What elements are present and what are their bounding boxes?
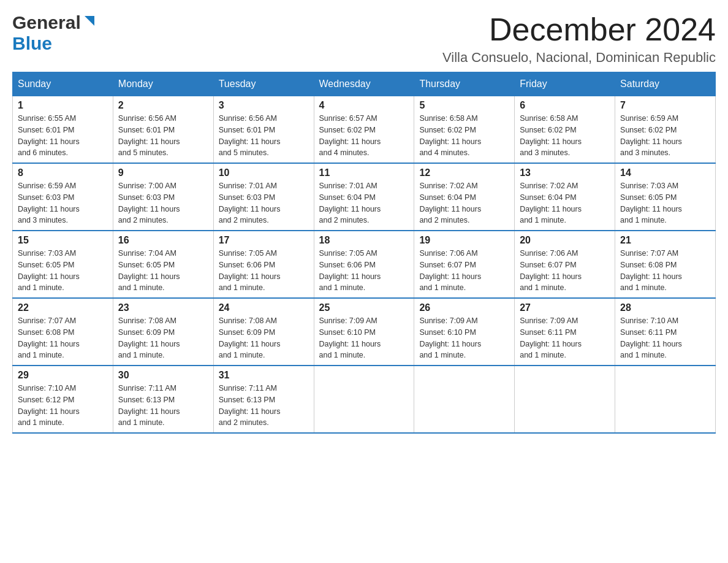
day-number: 21 <box>620 235 710 246</box>
calendar-cell: 28Sunrise: 7:10 AMSunset: 6:11 PMDayligh… <box>615 298 716 366</box>
calendar-cell: 20Sunrise: 7:06 AMSunset: 6:07 PMDayligh… <box>515 231 615 298</box>
day-info: Sunrise: 7:04 AMSunset: 6:05 PMDaylight:… <box>118 248 208 294</box>
calendar-cell <box>314 366 414 433</box>
day-number: 10 <box>219 167 309 178</box>
day-info: Sunrise: 6:56 AMSunset: 6:01 PMDaylight:… <box>219 113 309 159</box>
day-info: Sunrise: 7:01 AMSunset: 6:03 PMDaylight:… <box>219 180 309 226</box>
day-number: 18 <box>319 235 409 246</box>
day-info: Sunrise: 7:05 AMSunset: 6:06 PMDaylight:… <box>219 248 309 294</box>
calendar-cell: 23Sunrise: 7:08 AMSunset: 6:09 PMDayligh… <box>113 298 213 366</box>
day-info: Sunrise: 7:02 AMSunset: 6:04 PMDaylight:… <box>419 180 509 226</box>
calendar-cell: 29Sunrise: 7:10 AMSunset: 6:12 PMDayligh… <box>13 366 113 433</box>
calendar-cell: 12Sunrise: 7:02 AMSunset: 6:04 PMDayligh… <box>414 163 515 231</box>
day-number: 2 <box>118 100 208 111</box>
logo-arrow-icon <box>82 13 96 29</box>
column-header-sunday: Sunday <box>13 72 113 96</box>
column-header-tuesday: Tuesday <box>213 72 314 96</box>
day-info: Sunrise: 6:59 AMSunset: 6:02 PMDaylight:… <box>620 113 710 159</box>
page-header: General Blue December 2024 Villa Consuel… <box>12 12 716 66</box>
day-number: 15 <box>18 235 108 246</box>
day-info: Sunrise: 7:05 AMSunset: 6:06 PMDaylight:… <box>319 248 409 294</box>
calendar-cell: 31Sunrise: 7:11 AMSunset: 6:13 PMDayligh… <box>213 366 314 433</box>
day-info: Sunrise: 7:10 AMSunset: 6:12 PMDaylight:… <box>18 383 108 429</box>
calendar-table: SundayMondayTuesdayWednesdayThursdayFrid… <box>12 72 716 434</box>
calendar-cell: 8Sunrise: 6:59 AMSunset: 6:03 PMDaylight… <box>13 163 113 231</box>
day-info: Sunrise: 7:06 AMSunset: 6:07 PMDaylight:… <box>419 248 509 294</box>
logo-blue-text: Blue <box>12 33 52 54</box>
day-number: 6 <box>520 100 610 111</box>
calendar-cell <box>414 366 515 433</box>
day-info: Sunrise: 7:01 AMSunset: 6:04 PMDaylight:… <box>319 180 409 226</box>
day-info: Sunrise: 7:08 AMSunset: 6:09 PMDaylight:… <box>118 315 208 361</box>
day-number: 1 <box>18 100 108 111</box>
day-info: Sunrise: 6:58 AMSunset: 6:02 PMDaylight:… <box>419 113 509 159</box>
calendar-cell: 18Sunrise: 7:05 AMSunset: 6:06 PMDayligh… <box>314 231 414 298</box>
day-number: 12 <box>419 167 509 178</box>
column-header-friday: Friday <box>515 72 615 96</box>
day-number: 25 <box>319 302 409 313</box>
title-section: December 2024 Villa Consuelo, Nacional, … <box>442 12 716 66</box>
column-header-wednesday: Wednesday <box>314 72 414 96</box>
month-title: December 2024 <box>442 12 716 47</box>
column-header-saturday: Saturday <box>615 72 716 96</box>
day-info: Sunrise: 7:09 AMSunset: 6:10 PMDaylight:… <box>419 315 509 361</box>
day-number: 29 <box>18 370 108 381</box>
svg-marker-0 <box>85 16 94 26</box>
calendar-week-row: 22Sunrise: 7:07 AMSunset: 6:08 PMDayligh… <box>13 298 716 366</box>
location-title: Villa Consuelo, Nacional, Dominican Repu… <box>442 50 716 66</box>
day-number: 30 <box>118 370 208 381</box>
calendar-cell: 30Sunrise: 7:11 AMSunset: 6:13 PMDayligh… <box>113 366 213 433</box>
day-info: Sunrise: 6:58 AMSunset: 6:02 PMDaylight:… <box>520 113 610 159</box>
calendar-cell: 27Sunrise: 7:09 AMSunset: 6:11 PMDayligh… <box>515 298 615 366</box>
calendar-week-row: 8Sunrise: 6:59 AMSunset: 6:03 PMDaylight… <box>13 163 716 231</box>
calendar-cell: 7Sunrise: 6:59 AMSunset: 6:02 PMDaylight… <box>615 96 716 164</box>
day-number: 13 <box>520 167 610 178</box>
day-info: Sunrise: 7:11 AMSunset: 6:13 PMDaylight:… <box>219 383 309 429</box>
column-header-monday: Monday <box>113 72 213 96</box>
calendar-header-row: SundayMondayTuesdayWednesdayThursdayFrid… <box>13 72 716 96</box>
day-info: Sunrise: 6:56 AMSunset: 6:01 PMDaylight:… <box>118 113 208 159</box>
calendar-cell: 19Sunrise: 7:06 AMSunset: 6:07 PMDayligh… <box>414 231 515 298</box>
calendar-cell <box>615 366 716 433</box>
calendar-cell: 24Sunrise: 7:08 AMSunset: 6:09 PMDayligh… <box>213 298 314 366</box>
day-number: 5 <box>419 100 509 111</box>
calendar-cell: 21Sunrise: 7:07 AMSunset: 6:08 PMDayligh… <box>615 231 716 298</box>
calendar-week-row: 1Sunrise: 6:55 AMSunset: 6:01 PMDaylight… <box>13 96 716 164</box>
calendar-cell: 5Sunrise: 6:58 AMSunset: 6:02 PMDaylight… <box>414 96 515 164</box>
day-number: 26 <box>419 302 509 313</box>
day-info: Sunrise: 7:07 AMSunset: 6:08 PMDaylight:… <box>18 315 108 361</box>
day-info: Sunrise: 7:10 AMSunset: 6:11 PMDaylight:… <box>620 315 710 361</box>
logo-general-text: General <box>12 12 81 33</box>
day-number: 19 <box>419 235 509 246</box>
day-number: 27 <box>520 302 610 313</box>
logo: General Blue <box>12 12 96 54</box>
day-info: Sunrise: 6:59 AMSunset: 6:03 PMDaylight:… <box>18 180 108 226</box>
day-number: 24 <box>219 302 309 313</box>
calendar-cell: 6Sunrise: 6:58 AMSunset: 6:02 PMDaylight… <box>515 96 615 164</box>
calendar-cell: 22Sunrise: 7:07 AMSunset: 6:08 PMDayligh… <box>13 298 113 366</box>
calendar-week-row: 15Sunrise: 7:03 AMSunset: 6:05 PMDayligh… <box>13 231 716 298</box>
calendar-cell: 2Sunrise: 6:56 AMSunset: 6:01 PMDaylight… <box>113 96 213 164</box>
day-number: 22 <box>18 302 108 313</box>
day-number: 28 <box>620 302 710 313</box>
day-number: 3 <box>219 100 309 111</box>
calendar-cell: 26Sunrise: 7:09 AMSunset: 6:10 PMDayligh… <box>414 298 515 366</box>
day-info: Sunrise: 7:03 AMSunset: 6:05 PMDaylight:… <box>18 248 108 294</box>
calendar-week-row: 29Sunrise: 7:10 AMSunset: 6:12 PMDayligh… <box>13 366 716 433</box>
calendar-cell: 25Sunrise: 7:09 AMSunset: 6:10 PMDayligh… <box>314 298 414 366</box>
calendar-cell: 14Sunrise: 7:03 AMSunset: 6:05 PMDayligh… <box>615 163 716 231</box>
day-info: Sunrise: 7:08 AMSunset: 6:09 PMDaylight:… <box>219 315 309 361</box>
day-info: Sunrise: 7:09 AMSunset: 6:10 PMDaylight:… <box>319 315 409 361</box>
calendar-cell: 11Sunrise: 7:01 AMSunset: 6:04 PMDayligh… <box>314 163 414 231</box>
day-info: Sunrise: 6:55 AMSunset: 6:01 PMDaylight:… <box>18 113 108 159</box>
day-number: 23 <box>118 302 208 313</box>
day-number: 4 <box>319 100 409 111</box>
calendar-cell: 1Sunrise: 6:55 AMSunset: 6:01 PMDaylight… <box>13 96 113 164</box>
day-number: 8 <box>18 167 108 178</box>
calendar-cell: 9Sunrise: 7:00 AMSunset: 6:03 PMDaylight… <box>113 163 213 231</box>
day-info: Sunrise: 6:57 AMSunset: 6:02 PMDaylight:… <box>319 113 409 159</box>
day-info: Sunrise: 7:09 AMSunset: 6:11 PMDaylight:… <box>520 315 610 361</box>
calendar-cell <box>515 366 615 433</box>
day-info: Sunrise: 7:02 AMSunset: 6:04 PMDaylight:… <box>520 180 610 226</box>
day-number: 14 <box>620 167 710 178</box>
